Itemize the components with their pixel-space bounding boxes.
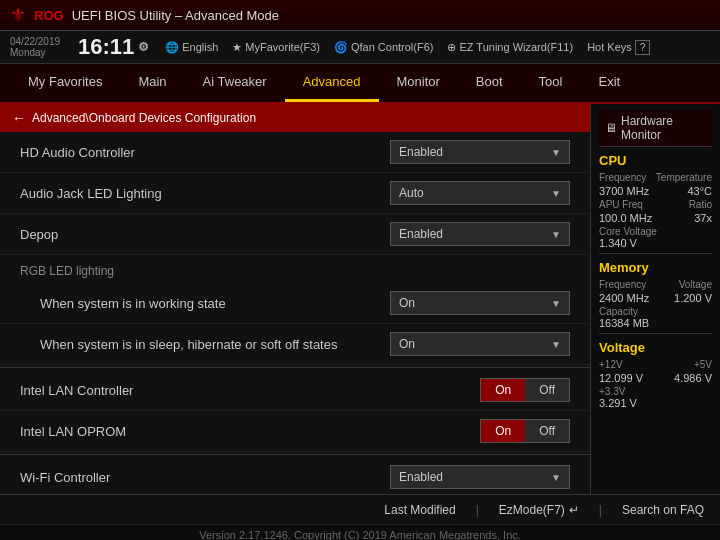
nav-advanced[interactable]: Advanced	[285, 64, 379, 102]
ez-tuning-link[interactable]: ⊕ EZ Tuning Wizard(F11)	[447, 41, 573, 54]
intel-lan-oprom-control: On Off	[480, 419, 570, 443]
fan-icon: 🌀	[334, 41, 348, 54]
datetime-display: 04/22/2019 Monday	[10, 36, 70, 58]
rgb-section-label: RGB LED lighting	[20, 264, 114, 278]
hardware-monitor-panel: 🖥 Hardware Monitor CPU Frequency Tempera…	[590, 104, 720, 494]
footer: Last Modified | EzMode(F7) ↵ | Search on…	[0, 494, 720, 524]
ez-mode-text: EzMode(F7)	[499, 503, 565, 517]
rog-logo-icon: ⚜	[10, 4, 26, 26]
volt-5-label: +5V	[694, 359, 712, 370]
bios-title: UEFI BIOS Utility – Advanced Mode	[72, 8, 279, 23]
wifi-controller-control: Enabled ▼	[390, 465, 570, 489]
chevron-down-icon: ▼	[551, 298, 561, 309]
clock-time: 16:11	[78, 34, 134, 60]
mem-freq-row: Frequency Voltage	[599, 279, 712, 290]
language-selector[interactable]: 🌐 English	[165, 41, 218, 54]
nav-main[interactable]: Main	[120, 64, 184, 102]
voltage-section-title: Voltage	[599, 340, 712, 355]
search-faq-link[interactable]: Search on FAQ	[622, 503, 704, 517]
main-panel: ← Advanced\Onboard Devices Configuration…	[0, 104, 590, 494]
cpu-freq-row: Frequency Temperature	[599, 172, 712, 183]
volt-12-label: +12V	[599, 359, 623, 370]
star-icon: ★	[232, 41, 242, 54]
back-arrow-icon[interactable]: ←	[12, 110, 26, 126]
intel-lan-controller-label: Intel LAN Controller	[20, 383, 480, 398]
nav-monitor[interactable]: Monitor	[379, 64, 458, 102]
hd-audio-dropdown[interactable]: Enabled ▼	[390, 140, 570, 164]
divider-1	[0, 367, 590, 368]
wifi-controller-dropdown[interactable]: Enabled ▼	[390, 465, 570, 489]
depop-dropdown[interactable]: Enabled ▼	[390, 222, 570, 246]
nav-tool[interactable]: Tool	[521, 64, 581, 102]
cpu-corev-value: 1.340 V	[599, 237, 712, 249]
chevron-down-icon: ▼	[551, 188, 561, 199]
audio-jack-led-control: Auto ▼	[390, 181, 570, 205]
cpu-section-title: CPU	[599, 153, 712, 168]
cpu-apufreq-label: APU Freq	[599, 199, 643, 210]
depop-control: Enabled ▼	[390, 222, 570, 246]
chevron-down-icon: ▼	[551, 229, 561, 240]
hd-audio-value: Enabled	[399, 145, 443, 159]
chevron-down-icon: ▼	[551, 339, 561, 350]
last-modified-link[interactable]: Last Modified	[384, 503, 455, 517]
intel-lan-oprom-off[interactable]: Off	[525, 420, 569, 442]
volt-33-label: +3.3V	[599, 386, 712, 397]
cpu-corev-label: Core Voltage	[599, 226, 712, 237]
intel-lan-oprom-toggle[interactable]: On Off	[480, 419, 570, 443]
hw-divider-1	[599, 253, 712, 254]
ez-mode-link[interactable]: EzMode(F7) ↵	[499, 503, 579, 517]
search-faq-text: Search on FAQ	[622, 503, 704, 517]
mem-volt-label: Voltage	[679, 279, 712, 290]
content-area: ← Advanced\Onboard Devices Configuration…	[0, 104, 720, 494]
info-nav-links: 🌐 English ★ MyFavorite(F3) 🌀 Qfan Contro…	[165, 41, 710, 54]
cpu-apu-row: APU Freq Ratio	[599, 199, 712, 210]
intel-lan-oprom-on[interactable]: On	[481, 420, 525, 442]
rgb-working-state-dropdown[interactable]: On ▼	[390, 291, 570, 315]
favorites-link[interactable]: ★ MyFavorite(F3)	[232, 41, 320, 54]
intel-lan-controller-control: On Off	[480, 378, 570, 402]
rgb-section-header: RGB LED lighting	[0, 255, 590, 283]
clock-display: 16:11 ⚙	[78, 34, 149, 60]
breadcrumb: ← Advanced\Onboard Devices Configuration	[0, 104, 590, 132]
rgb-working-state-row: When system is in working state On ▼	[0, 283, 590, 324]
audio-jack-led-value: Auto	[399, 186, 424, 200]
depop-row: Depop Enabled ▼	[0, 214, 590, 255]
hd-audio-row: HD Audio Controller Enabled ▼	[0, 132, 590, 173]
nav-ai-tweaker[interactable]: Ai Tweaker	[185, 64, 285, 102]
language-label: English	[182, 41, 218, 53]
wifi-controller-value: Enabled	[399, 470, 443, 484]
info-bar: 04/22/2019 Monday 16:11 ⚙ 🌐 English ★ My…	[0, 31, 720, 64]
rgb-sleep-state-label: When system is in sleep, hibernate or so…	[40, 337, 390, 352]
bios-logo: ROG	[34, 8, 64, 23]
footer-sep-2: |	[599, 503, 602, 517]
hw-panel-title: Hardware Monitor	[621, 114, 706, 142]
gear-icon[interactable]: ⚙	[138, 40, 149, 54]
cpu-ratio-value: 37x	[694, 212, 712, 224]
hotkeys-icon: ?	[635, 40, 651, 55]
audio-jack-led-dropdown[interactable]: Auto ▼	[390, 181, 570, 205]
audio-jack-led-label: Audio Jack LED Lighting	[20, 186, 390, 201]
memory-section-title: Memory	[599, 260, 712, 275]
nav-boot[interactable]: Boot	[458, 64, 521, 102]
intel-lan-controller-off[interactable]: Off	[525, 379, 569, 401]
intel-lan-controller-toggle[interactable]: On Off	[480, 378, 570, 402]
rgb-working-state-control: On ▼	[390, 291, 570, 315]
favorites-label: MyFavorite(F3)	[245, 41, 320, 53]
intel-lan-controller-on[interactable]: On	[481, 379, 525, 401]
nav-my-favorites[interactable]: My Favorites	[10, 64, 120, 102]
tuning-label: EZ Tuning Wizard(F11)	[459, 41, 573, 53]
rgb-working-state-value: On	[399, 296, 415, 310]
rgb-sleep-state-dropdown[interactable]: On ▼	[390, 332, 570, 356]
mem-capacity-label: Capacity	[599, 306, 712, 317]
rgb-working-state-label: When system is in working state	[40, 296, 390, 311]
breadcrumb-text: Advanced\Onboard Devices Configuration	[32, 111, 256, 125]
hotkeys-label[interactable]: Hot Keys ?	[587, 41, 650, 53]
cpu-freq-value-row: 3700 MHz 43°C	[599, 185, 712, 197]
rgb-sleep-state-value: On	[399, 337, 415, 351]
hw-divider-2	[599, 333, 712, 334]
intel-lan-controller-row: Intel LAN Controller On Off	[0, 370, 590, 411]
chevron-down-icon: ▼	[551, 472, 561, 483]
fan-control-link[interactable]: 🌀 Qfan Control(F6)	[334, 41, 434, 54]
nav-exit[interactable]: Exit	[580, 64, 638, 102]
title-bar: ⚜ ROG UEFI BIOS Utility – Advanced Mode	[0, 0, 720, 31]
